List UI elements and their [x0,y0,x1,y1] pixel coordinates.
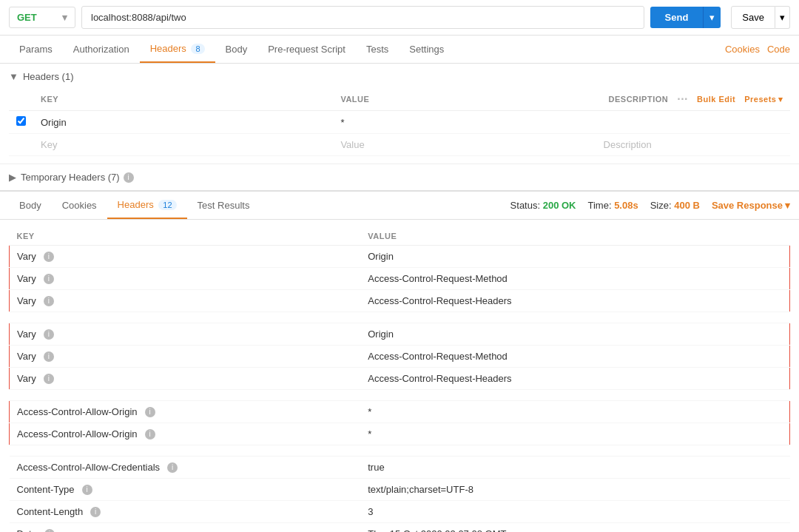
tab-prerequest[interactable]: Pre-request Script [257,36,356,62]
table-row: Varyi Origin [10,246,790,268]
row-value: Access-Control-Request-Method [360,346,789,368]
response-tabs-bar: Body Cookies Headers 12 Test Results Sta… [0,192,799,220]
presets-button[interactable]: Presets ▾ [744,95,783,104]
key-label: Content-Type [17,484,75,495]
row-value-placeholder[interactable]: Value [333,134,596,156]
row-desc-placeholder[interactable]: Description [596,134,790,156]
size-value: 400 B [674,200,700,211]
row-key: Varyi [10,268,361,290]
tab-headers[interactable]: Headers 8 [140,36,215,63]
info-icon[interactable]: i [44,296,54,306]
temp-headers-title: Temporary Headers (7) [21,172,120,183]
request-headers-table: KEY VALUE DESCRIPTION ··· Bulk Edit Pres… [9,88,790,156]
row-value: true [360,457,789,479]
resp-tab-headers[interactable]: Headers 12 [107,192,187,219]
resp-th-key: KEY [10,227,361,246]
spacer-row [10,390,790,401]
key-label: Vary [17,351,36,362]
send-button[interactable]: Send [650,7,704,28]
table-row: Varyi Access-Control-Request-Headers [10,290,790,312]
table-row: Origin * [9,111,790,134]
resp-tab-body[interactable]: Body [9,192,52,218]
key-label: Content-Length [17,506,84,517]
tab-body[interactable]: Body [215,36,258,62]
tab-tests[interactable]: Tests [356,36,399,62]
row-key[interactable]: Origin [33,111,333,134]
info-icon[interactable]: i [90,507,101,517]
save-dropdown-button[interactable]: ▾ [775,6,790,29]
top-bar: GET ▾ Send ▾ Save ▾ [0,0,799,36]
temp-headers-toggle[interactable]: ▶ Temporary Headers (7) i [0,164,799,190]
row-key: Datei [10,523,361,533]
table-row: Access-Control-Allow-Origini * [10,401,790,423]
time-value: 5.08s [614,200,638,211]
req-headers-title: Headers (1) [23,71,74,82]
temp-headers-info-icon[interactable]: i [124,172,134,183]
info-icon[interactable]: i [145,407,155,417]
method-select[interactable]: GET ▾ [9,7,75,28]
save-button[interactable]: Save [731,6,775,29]
key-label: Access-Control-Allow-Origin [17,428,138,440]
response-status: Status: 200 OK Time: 5.08s Size: 400 B S… [510,200,790,211]
table-row: Access-Control-Allow-Credentialsi true [10,457,790,479]
resp-th-value: VALUE [360,227,789,246]
row-value: Thu, 15 Oct 2020 02:07:08 GMT [360,523,789,533]
th-checkbox [9,88,33,111]
row-checkbox[interactable] [16,116,26,126]
tab-authorization[interactable]: Authorization [63,36,140,62]
method-arrow-icon: ▾ [62,12,67,23]
info-icon[interactable]: i [44,274,54,284]
presets-arrow-icon: ▾ [778,95,783,104]
row-description[interactable] [596,111,790,134]
bulk-edit-button[interactable]: Bulk Edit [697,95,735,104]
row-value: Origin [360,246,789,268]
row-value[interactable]: * [333,111,596,134]
send-dropdown-button[interactable]: ▾ [703,7,721,28]
info-icon[interactable]: i [82,485,92,495]
row-key-placeholder[interactable]: Key [33,134,333,156]
cookies-link[interactable]: Cookies [725,44,760,55]
toggle-arrow-icon: ▼ [9,71,18,82]
response-headers-table: KEY VALUE Varyi Origin Varyi Access-Cont… [9,227,790,532]
resp-tab-test-results[interactable]: Test Results [187,192,260,218]
th-value: VALUE [333,88,596,111]
table-row-placeholder: Key Value Description [9,134,790,156]
response-section: Body Cookies Headers 12 Test Results Sta… [0,190,799,532]
size-label: Size: 400 B [650,200,700,211]
info-icon[interactable]: i [44,374,54,384]
table-row: Varyi Origin [10,323,790,346]
row-key: Varyi [10,323,361,346]
info-icon[interactable]: i [145,429,155,440]
tab-params[interactable]: Params [9,36,63,62]
info-icon[interactable]: i [44,252,54,262]
status-label: Status: 200 OK [510,200,576,211]
request-tabs: Params Authorization Headers 8 Body Pre-… [0,36,799,64]
row-key: Varyi [10,346,361,368]
more-options-icon[interactable]: ··· [677,92,688,106]
info-icon[interactable]: i [44,351,54,362]
url-input[interactable] [81,6,644,29]
save-response-button[interactable]: Save Response ▾ [712,200,790,211]
row-key: Content-Typei [10,479,361,501]
info-icon[interactable]: i [167,462,178,473]
save-response-arrow-icon: ▾ [785,200,790,211]
table-row: Varyi Access-Control-Request-Method [10,346,790,368]
row-key: Varyi [10,246,361,268]
th-desc-label: DESCRIPTION [609,95,669,104]
info-icon[interactable]: i [44,329,54,340]
spacer-row [10,312,790,323]
tab-settings[interactable]: Settings [399,36,454,62]
key-label: Vary [17,295,36,306]
row-value: Access-Control-Request-Headers [360,368,789,390]
req-headers-toggle[interactable]: ▼ Headers (1) [9,71,790,82]
row-key: Access-Control-Allow-Origini [10,401,361,423]
code-link[interactable]: Code [767,44,790,55]
row-value: text/plain;charset=UTF-8 [360,479,789,501]
th-description: DESCRIPTION ··· Bulk Edit Presets ▾ [596,88,790,111]
resp-tab-cookies[interactable]: Cookies [52,192,107,218]
row-key: Access-Control-Allow-Origini [10,423,361,445]
key-label: Access-Control-Allow-Origin [17,406,138,417]
row-value: * [360,401,789,423]
info-icon[interactable]: i [44,529,55,533]
key-label: Vary [17,251,36,262]
